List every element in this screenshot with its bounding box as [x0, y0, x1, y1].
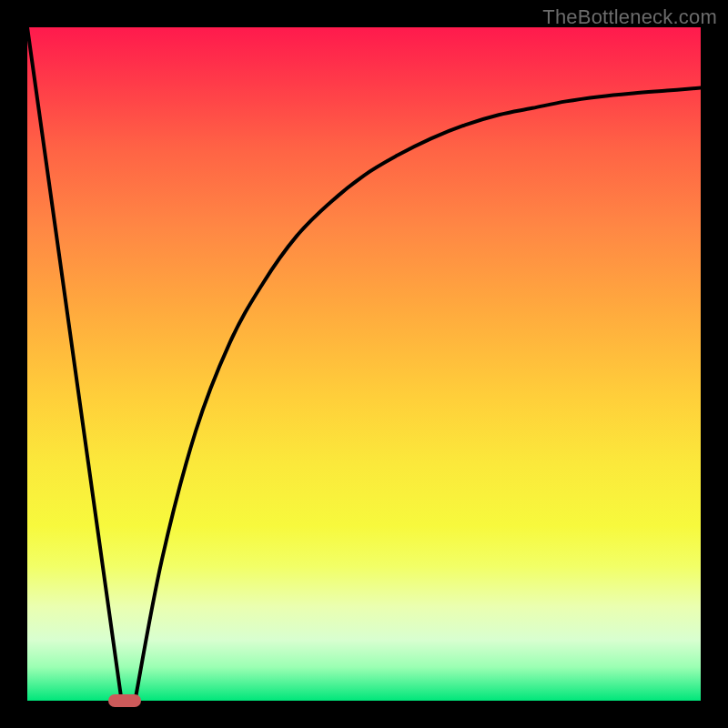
chart-frame: TheBottleneck.com: [0, 0, 728, 728]
vertex-marker: [108, 694, 141, 707]
watermark-text: TheBottleneck.com: [542, 5, 717, 29]
curve-right-branch: [135, 88, 701, 701]
curve-left-branch: [27, 27, 122, 701]
curve-svg: [27, 27, 701, 701]
plot-area: [27, 27, 701, 701]
curve-group: [27, 27, 701, 701]
